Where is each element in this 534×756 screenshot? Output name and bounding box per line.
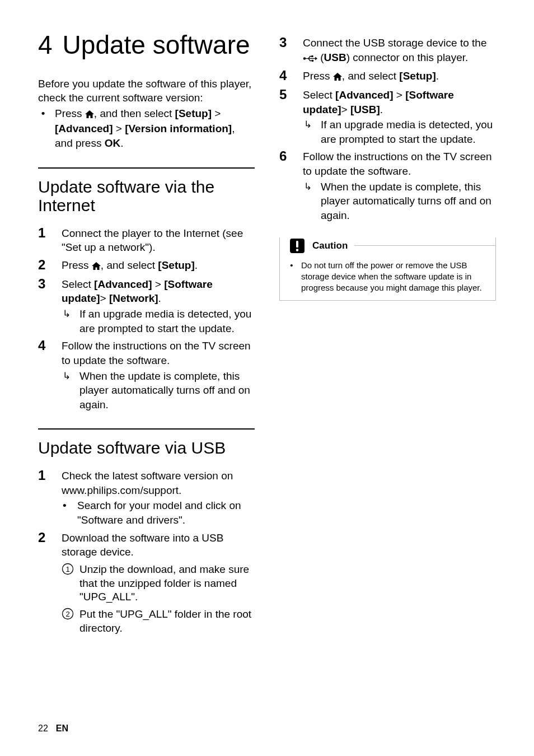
result-text: When the update is complete, this player… [79, 369, 255, 412]
step-number: 6 [279, 150, 293, 222]
column-left: 4Update software Before you update the s… [38, 31, 255, 724]
internet-step-4: 4 Follow the instructions on the TV scre… [38, 339, 255, 412]
intro-lead: Before you update the software of this p… [38, 77, 255, 105]
svg-rect-7 [312, 55, 313, 57]
step-body: Download the software into a USB storage… [62, 531, 255, 636]
text: . [195, 259, 198, 271]
text: Select [303, 89, 335, 101]
text: , and select [101, 259, 158, 271]
result-arrow-icon: ↳ [63, 369, 73, 412]
step-body: Connect the USB storage device to the (U… [303, 36, 496, 66]
result-note: ↳ If an upgrade media is detected, you a… [303, 118, 496, 146]
internet-step-2: 2 Press , and select [Setup]. [38, 258, 255, 274]
step-number: 2 [38, 258, 51, 274]
text: , and select [342, 70, 399, 82]
step-number: 4 [38, 339, 51, 412]
page-footer: 22 EN [38, 724, 496, 734]
svg-rect-10 [296, 241, 298, 248]
internet-step-3: 3 Select [Advanced] > [Software update]>… [38, 277, 255, 336]
result-note: ↳ If an upgrade media is detected, you a… [62, 307, 255, 335]
text: . [158, 292, 161, 304]
chapter-number: 4 [38, 31, 53, 58]
usb-step-5: 5 Select [Advanced] > [Software update]>… [279, 88, 496, 147]
bullet-dot: • [63, 498, 71, 527]
text: Press [62, 259, 92, 271]
result-note: ↳ When the update is complete, this play… [303, 180, 496, 223]
caution-header: Caution [280, 237, 495, 254]
section-usb-heading: Update software via USB [38, 428, 255, 458]
result-text: If an upgrade media is detected, you are… [321, 118, 496, 146]
caution-body: • Do not turn off the power or remove th… [280, 254, 495, 301]
text: > [341, 104, 350, 115]
svg-point-8 [312, 59, 314, 62]
usb-step-1: 1 Check the latest software version on w… [38, 469, 255, 528]
text: > [212, 108, 221, 119]
text: > [113, 123, 125, 134]
menu-setup: [Setup] [175, 108, 212, 119]
chapter-title: Update software [63, 30, 250, 59]
intro-block: Before you update the software of this p… [38, 77, 255, 150]
menu-network: [Network] [109, 292, 158, 304]
result-arrow-icon: ↳ [63, 307, 73, 335]
step-body: Connect the player to the Internet (see … [62, 226, 255, 255]
home-icon [85, 108, 94, 122]
step-body: Select [Advanced] > [Software update]> [… [303, 88, 496, 147]
substep-b: 2 Put the "UPG_ALL" folder in the root d… [62, 608, 255, 635]
svg-marker-6 [315, 57, 317, 60]
usb-step-2: 2 Download the software into a USB stora… [38, 531, 255, 636]
circled-number-2-icon: 2 [62, 608, 74, 635]
caution-icon [289, 237, 306, 254]
usb-step-3: 3 Connect the USB storage device to the … [279, 36, 496, 66]
step-number: 1 [38, 469, 51, 528]
page: 4Update software Before you update the s… [0, 0, 534, 756]
caution-text: Do not turn off the power or remove the … [301, 260, 489, 294]
bullet-dot: • [288, 260, 296, 294]
menu-setup: [Setup] [399, 70, 435, 82]
step-number: 5 [279, 88, 293, 147]
substep-text: Unzip the download, and make sure that t… [79, 563, 255, 604]
internet-step-1: 1 Connect the player to the Internet (se… [38, 226, 255, 255]
step-body: Select [Advanced] > [Software update]> [… [62, 277, 255, 336]
svg-text:1: 1 [65, 564, 69, 573]
result-arrow-icon: ↳ [304, 180, 314, 223]
bullet-dot: • [39, 106, 47, 151]
step-number: 3 [38, 277, 51, 336]
sub-bullet: • Search for your model and click on "So… [62, 498, 255, 527]
home-icon [92, 259, 101, 274]
usb-step-6: 6 Follow the instructions on the TV scre… [279, 150, 496, 222]
section-internet-heading: Update software via the Internet [38, 167, 255, 215]
page-number: 22 [38, 724, 48, 734]
step-body: Press , and select [Setup]. [303, 69, 496, 85]
step-number: 4 [279, 69, 293, 85]
text: ) connector on this player. [346, 52, 469, 63]
text: Select [62, 278, 94, 290]
menu-advanced: [Advanced] [55, 123, 113, 134]
usb-step-4: 4 Press , and select [Setup]. [279, 69, 496, 85]
caution-bullet: • Do not turn off the power or remove th… [287, 260, 489, 294]
page-language: EN [56, 724, 68, 734]
step-body: Check the latest software version on www… [62, 469, 255, 528]
menu-advanced: [Advanced] [94, 278, 152, 290]
svg-point-11 [296, 249, 298, 251]
usb-icon [303, 52, 317, 66]
home-icon [333, 70, 342, 85]
text: > [100, 292, 109, 304]
text: Follow the instructions on the TV screen… [62, 340, 251, 366]
step-number: 3 [279, 36, 293, 66]
substep-text: Put the "UPG_ALL" folder in the root dir… [79, 608, 255, 635]
circled-number-1-icon: 1 [62, 563, 74, 604]
content-columns: 4Update software Before you update the s… [38, 31, 496, 724]
result-note: ↳ When the update is complete, this play… [62, 369, 255, 412]
text: Check the latest software version on www… [62, 470, 233, 496]
intro-bullet-text: Press , and then select [Setup] > [Advan… [55, 106, 255, 151]
step-body: Press , and select [Setup]. [62, 258, 255, 274]
text: Connect the USB storage device to the [303, 37, 486, 49]
step-body: Follow the instructions on the TV screen… [303, 150, 496, 222]
chapter-heading: 4Update software [38, 31, 255, 58]
text: > [152, 278, 165, 290]
text: . [436, 70, 439, 82]
text: Press [303, 70, 333, 82]
step-number: 1 [38, 226, 51, 255]
step-number: 2 [38, 531, 51, 636]
text: . [380, 104, 383, 115]
